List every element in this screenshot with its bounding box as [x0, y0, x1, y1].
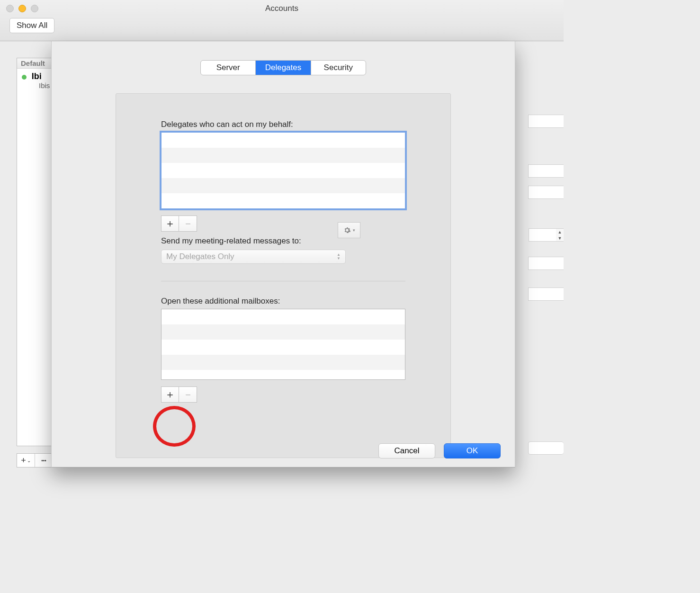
list-row[interactable] — [162, 133, 405, 148]
list-row[interactable] — [162, 178, 405, 193]
mailboxes-list[interactable] — [161, 309, 405, 380]
delegates-plusminus: ＋ － — [161, 216, 405, 232]
add-delegate-button[interactable]: ＋ — [161, 216, 179, 232]
sidebar-settings-button[interactable]: ••• — [35, 454, 53, 467]
minus-icon: － — [183, 387, 193, 402]
list-row[interactable] — [162, 324, 405, 340]
plus-icon: ＋ — [165, 387, 175, 402]
delegates-panel: Delegates who can act on my behalf: ＋ － — [116, 93, 451, 458]
tab-server[interactable]: Server — [201, 61, 256, 75]
background-button — [528, 441, 564, 455]
send-to-select[interactable]: My Delegates Only ▲▼ — [161, 250, 346, 264]
sidebar-add-button[interactable]: + ⌄ — [17, 454, 35, 467]
background-field — [528, 115, 564, 128]
account-name: Ibi — [32, 72, 42, 81]
list-row[interactable] — [162, 340, 405, 355]
status-indicator-icon — [22, 75, 27, 80]
ok-button[interactable]: OK — [444, 443, 501, 458]
plus-icon: ＋ — [165, 216, 175, 231]
send-to-label: Send my meeting-related messages to: — [161, 236, 405, 246]
stepper-icon: ▲▼ — [556, 228, 564, 242]
remove-delegate-button[interactable]: － — [179, 216, 197, 232]
plus-icon: + — [21, 456, 26, 466]
remove-mailbox-button[interactable]: － — [179, 386, 197, 403]
sidebar-footer-controls: + ⌄ ••• — [17, 453, 54, 467]
window-title: Accounts — [0, 4, 564, 13]
list-row[interactable] — [162, 148, 405, 163]
caret-icon: ⌄ — [27, 458, 31, 463]
add-mailbox-button[interactable]: ＋ — [161, 386, 179, 403]
list-row[interactable] — [162, 370, 405, 380]
delegate-options-button[interactable]: ▾ — [338, 222, 360, 238]
list-row[interactable] — [162, 163, 405, 178]
delegates-list[interactable] — [161, 132, 405, 209]
gear-icon — [343, 226, 351, 234]
chevron-down-icon: ▾ — [353, 228, 355, 233]
titlebar: Accounts Show All — [0, 0, 564, 41]
tab-security[interactable]: Security — [311, 61, 366, 75]
minus-icon: － — [183, 216, 193, 231]
tab-delegates[interactable]: Delegates — [256, 61, 311, 75]
background-field — [528, 257, 564, 270]
show-all-button[interactable]: Show All — [9, 18, 54, 33]
mailboxes-plusminus: ＋ － — [161, 386, 405, 403]
divider — [161, 281, 405, 281]
list-row[interactable] — [162, 193, 405, 208]
accounts-window: Accounts Show All Default Ibi Ibis + ⌄ •… — [0, 0, 564, 477]
tab-control: Server Delegates Security — [200, 60, 366, 75]
updown-icon: ▲▼ — [337, 253, 341, 261]
sheet-buttons: Cancel OK — [378, 443, 501, 458]
list-row[interactable] — [162, 355, 405, 370]
select-value: My Delegates Only — [166, 252, 234, 261]
background-field — [528, 288, 564, 301]
list-row[interactable] — [162, 309, 405, 324]
delegates-label: Delegates who can act on my behalf: — [161, 120, 405, 129]
mailboxes-label: Open these additional mailboxes: — [161, 296, 405, 306]
advanced-sheet: Server Delegates Security Delegates who … — [51, 41, 515, 467]
background-field — [528, 164, 564, 178]
background-field — [528, 186, 564, 199]
cancel-button[interactable]: Cancel — [378, 443, 435, 458]
annotation-circle — [153, 406, 196, 447]
